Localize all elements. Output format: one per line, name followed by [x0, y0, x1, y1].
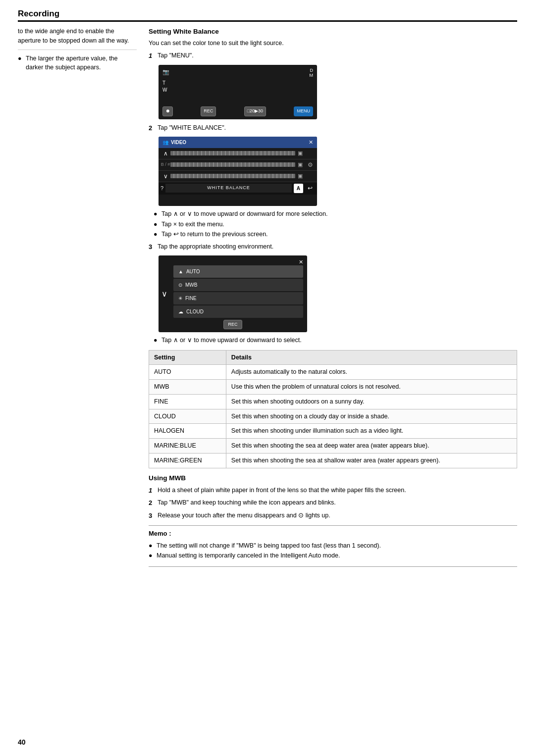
- fine-icon: ✳: [178, 295, 182, 302]
- screen1-bottom: ⏺ REC □20▶30 MENU: [159, 106, 317, 116]
- step-3-text: Tap the appropriate shooting environment…: [158, 242, 273, 252]
- screen2-back-icon: ↩: [305, 184, 315, 193]
- bullet-tap-select: ● Tap ∧ or ∨ to move upward or downward …: [154, 336, 517, 345]
- screen2-row3-icon: ▣: [295, 172, 305, 180]
- mwb-step-1: 1 Hold a sheet of plain white paper in f…: [149, 486, 517, 496]
- screen2-bar-2: [170, 162, 295, 167]
- screen2-down-arrow: ∨: [160, 172, 170, 181]
- screen1-tl-icon: 📷: [162, 68, 169, 76]
- table-cell-setting-marine-blue: MARINE:BLUE: [149, 439, 226, 454]
- camera-screen-2: 👥 VIDEO ✕ ∧ ▣ B / # ▣ ⚙: [159, 137, 317, 206]
- mwb-step-1-num: 1: [149, 486, 156, 496]
- table-row: MARINE:BLUE Set this when shooting the s…: [149, 439, 517, 454]
- table-row: FINE Set this when shooting outdoors on …: [149, 394, 517, 409]
- screen2-header: 👥 VIDEO ✕: [159, 137, 317, 148]
- table-row: MARINE:GREEN Set this when shooting the …: [149, 453, 517, 468]
- step3-bullets: ● Tap ∧ or ∨ to move upward or downward …: [154, 336, 517, 345]
- step-1: 1 Tap "MENU".: [149, 51, 517, 61]
- bullet-tap-updown: ● Tap ∧ or ∨ to move upward or downward …: [154, 210, 517, 219]
- camera-screen-1: 📷 DM TW ⏺ REC □20▶30 MENU: [159, 65, 317, 119]
- screen2-bar-3: [170, 174, 295, 178]
- mwb-step-3-num: 3: [149, 511, 156, 521]
- table-cell-setting-cloud: CLOUD: [149, 409, 226, 424]
- screen2-gear2-icon: ⚙: [305, 160, 315, 169]
- bullet-tap-exit: ● Tap × to exit the menu.: [154, 220, 517, 229]
- screen2-footer: ? WHITE BALANCE A ↩: [159, 182, 317, 195]
- mwb-step-2-num: 2: [149, 498, 156, 508]
- step2-bullets: ● Tap ∧ or ∨ to move upward or downward …: [154, 210, 517, 239]
- page-title: Recording: [18, 9, 59, 19]
- memo-title: Memo :: [149, 529, 517, 539]
- camera-screen-3: ✕ ∨ ▲ AUTO ⊙ MWB ✳ FINE: [159, 255, 307, 332]
- table-cell-setting-fine: FINE: [149, 394, 226, 409]
- table-cell-detail-halogen: Set this when shooting under illuminatio…: [226, 424, 517, 439]
- screen2-header-icon: 👥: [162, 139, 168, 146]
- table-cell-detail-cloud: Set this when shooting on a cloudy day o…: [226, 409, 517, 424]
- memo-bullets: ● The setting will not change if "MWB" i…: [149, 542, 517, 560]
- step-2: 2 Tap "WHITE BALANCE".: [149, 123, 517, 133]
- step-3: 3 Tap the appropriate shooting environme…: [149, 242, 517, 252]
- table-header-details: Details: [226, 350, 517, 365]
- table-row: CLOUD Set this when shooting on a cloudy…: [149, 409, 517, 424]
- section-title-white-balance: Setting White Balance: [149, 27, 517, 37]
- screen2-row2-icon: ▣: [295, 160, 305, 169]
- table-cell-detail-marine-blue: Set this when shooting the sea at deep w…: [226, 439, 517, 454]
- table-cell-detail-auto: Adjusts automatically to the natural col…: [226, 365, 517, 380]
- table-cell-detail-fine: Set this when shooting outdoors on a sun…: [226, 394, 517, 409]
- mwb-step-2: 2 Tap "MWB" and keep touching while the …: [149, 498, 517, 508]
- screen1-btn-ratio: □20▶30: [244, 106, 266, 116]
- screen1-tr-icon: DM: [310, 68, 314, 79]
- left-divider: [18, 50, 137, 50]
- table-cell-setting-mwb: MWB: [149, 380, 226, 395]
- table-cell-setting-halogen: HALOGEN: [149, 424, 226, 439]
- table-row: MWB Use this when the problem of unnatur…: [149, 380, 517, 395]
- table-row: HALOGEN Set this when shooting under ill…: [149, 424, 517, 439]
- screen2-bar-1: [170, 151, 295, 155]
- screen3-option-fine: ✳ FINE: [173, 292, 303, 304]
- mwb-step-3-text: Release your touch after the menu disapp…: [158, 511, 330, 520]
- screen3-bottom: REC: [159, 320, 307, 330]
- section-intro: You can set the color tone to suit the l…: [149, 39, 517, 48]
- table-cell-setting-auto: AUTO: [149, 365, 226, 380]
- table-cell-detail-marine-green: Set this when shooting the sea at shallo…: [226, 453, 517, 468]
- screen3-option-cloud: ☁ CLOUD: [173, 305, 303, 318]
- screen2-row1-icon: ▣: [295, 149, 305, 157]
- left-bullet-text: The larger the aperture value, the darke…: [26, 54, 137, 73]
- step-2-text: Tap "WHITE BALANCE".: [158, 123, 226, 133]
- bullet-dot: ●: [18, 54, 24, 73]
- left-column: to the wide angle end to enable the aper…: [18, 27, 137, 572]
- step-1-num: 1: [149, 51, 156, 61]
- screen1-btn-rec: REC: [201, 106, 216, 116]
- screen2-wb-label: WHITE BALANCE: [165, 184, 292, 193]
- mwb-step-1-text: Hold a sheet of plain white paper in fro…: [158, 486, 406, 495]
- screen2-row-3: ∨ ▣: [159, 171, 317, 182]
- screen1-ml-text: TW: [162, 80, 167, 94]
- screen2-row-1: ∧ ▣: [159, 148, 317, 159]
- screen3-option-mwb: ⊙ MWB: [173, 279, 303, 291]
- step-2-num: 2: [149, 123, 156, 133]
- screen3-rec-btn: REC: [223, 320, 242, 330]
- left-bullet-item: ● The larger the aperture value, the dar…: [18, 54, 137, 73]
- memo-bullet-1: ● The setting will not change if "MWB" i…: [149, 542, 517, 551]
- screen1-btn-record: ⏺: [162, 106, 173, 116]
- screen1-btn-menu: MENU: [294, 106, 313, 116]
- mwb-step-2-text: Tap "MWB" and keep touching while the ic…: [158, 498, 336, 507]
- table-cell-detail-mwb: Use this when the problem of unnatural c…: [226, 380, 517, 395]
- bullet-tap-return: ● Tap ↩ to return to the previous screen…: [154, 230, 517, 239]
- screen3-options: ▲ AUTO ⊙ MWB ✳ FINE ☁ CLOUD: [173, 265, 303, 319]
- step-3-num: 3: [149, 242, 156, 252]
- mwb-step-3: 3 Release your touch after the menu disa…: [149, 511, 517, 521]
- screen2-question-icon: ?: [160, 184, 163, 193]
- cloud-icon: ☁: [178, 308, 183, 315]
- mwb-icon: ⊙: [178, 281, 182, 289]
- screen2-close-icon: ✕: [309, 138, 313, 147]
- screen2-up-arrow: ∧: [160, 149, 170, 158]
- settings-table: Setting Details AUTO Adjusts automatical…: [149, 350, 517, 468]
- screen2-header-text: VIDEO: [171, 139, 186, 146]
- auto-icon: ▲: [178, 268, 183, 275]
- step-1-text: Tap "MENU".: [158, 51, 194, 60]
- memo-box: Memo : ● The setting will not change if …: [149, 525, 517, 567]
- right-column: Setting White Balance You can set the co…: [149, 27, 517, 572]
- page-header: Recording: [18, 9, 517, 22]
- page-number: 40: [18, 738, 26, 746]
